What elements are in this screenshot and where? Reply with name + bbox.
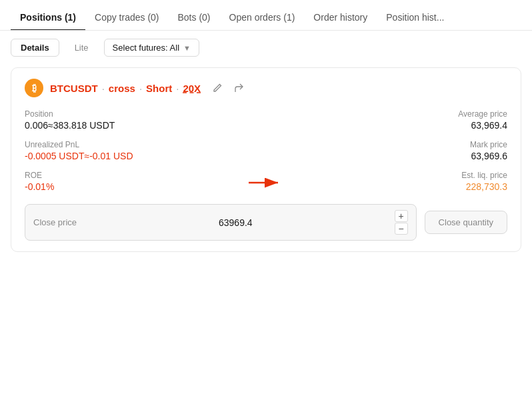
- roe-value: -0.01%: [25, 181, 185, 192]
- est-liq-stat: Est. liq. price 228,730.3: [347, 171, 507, 192]
- tab-position-hist[interactable]: Position hist...: [377, 5, 453, 31]
- card-header: ₿ BTCUSDT · cross · Short · 20X: [25, 79, 507, 97]
- position-stat: Position 0.006≈383.818 USDT: [25, 109, 266, 131]
- chevron-down-icon: ▼: [183, 44, 191, 52]
- roe-stat: ROE -0.01%: [25, 171, 185, 192]
- tab-order-history[interactable]: Order history: [304, 5, 377, 31]
- tab-copy-trades[interactable]: Copy trades (0): [85, 5, 168, 31]
- details-button[interactable]: Details: [11, 39, 59, 57]
- pair-symbol: BTCUSDT: [50, 83, 98, 94]
- mark-price-value: 63,969.6: [266, 151, 507, 161]
- toolbar: Details Lite Select futures: All ▼: [0, 31, 532, 65]
- mark-price-label: Mark price: [266, 140, 507, 149]
- average-price-stat: Average price 63,969.4: [266, 109, 507, 131]
- close-price-label: Close price: [33, 217, 77, 227]
- average-price-value: 63,969.4: [266, 120, 507, 131]
- pair-direction: Short: [146, 83, 172, 94]
- price-decrement-button[interactable]: −: [395, 223, 408, 235]
- pair-type: cross: [109, 83, 135, 94]
- lite-button[interactable]: Lite: [65, 39, 99, 57]
- leverage-badge[interactable]: 20X: [183, 83, 201, 94]
- position-card: ₿ BTCUSDT · cross · Short · 20X: [11, 67, 521, 252]
- unrealized-pnl-value: -0.0005 USDT≈-0.01 USD: [25, 151, 266, 161]
- pair-info: BTCUSDT · cross · Short · 20X: [50, 83, 201, 94]
- close-price-field: Close price 63969.4 + −: [25, 204, 417, 241]
- select-futures-dropdown[interactable]: Select futures: All ▼: [104, 39, 199, 57]
- price-stepper: + −: [395, 210, 408, 235]
- average-price-label: Average price: [266, 109, 507, 119]
- arrow-area: [185, 171, 346, 192]
- close-row: Close price 63969.4 + − Close quantity: [25, 204, 507, 241]
- mark-price-stat: Mark price 63,969.6: [266, 140, 507, 161]
- close-quantity-button[interactable]: Close quantity: [425, 211, 507, 234]
- tab-open-orders[interactable]: Open orders (1): [220, 5, 305, 31]
- tab-positions[interactable]: Positions (1): [11, 5, 85, 31]
- share-icon[interactable]: [231, 81, 246, 95]
- est-liq-label: Est. liq. price: [347, 171, 507, 180]
- position-label: Position: [25, 109, 266, 119]
- price-increment-button[interactable]: +: [395, 210, 408, 222]
- est-liq-value: 228,730.3: [347, 181, 507, 192]
- stats-row-3: ROE -0.01% Est. liq. price: [25, 171, 507, 192]
- red-arrow-icon: [246, 171, 286, 192]
- stats-grid: Position 0.006≈383.818 USDT Average pric…: [25, 109, 507, 192]
- stats-row-2: Unrealized PnL -0.0005 USDT≈-0.01 USD Ma…: [25, 140, 507, 161]
- header-icons: [210, 81, 246, 95]
- roe-label: ROE: [25, 171, 185, 180]
- position-value: 0.006≈383.818 USDT: [25, 120, 266, 131]
- unrealized-pnl-label: Unrealized PnL: [25, 140, 266, 149]
- close-price-value: 63969.4: [219, 217, 253, 228]
- edit-icon[interactable]: [210, 81, 225, 95]
- stats-row-1: Position 0.006≈383.818 USDT Average pric…: [25, 109, 507, 131]
- unrealized-pnl-stat: Unrealized PnL -0.0005 USDT≈-0.01 USD: [25, 140, 266, 161]
- tabs-bar: Positions (1) Copy trades (0) Bots (0) O…: [0, 0, 532, 31]
- tab-bots[interactable]: Bots (0): [169, 5, 220, 31]
- btc-icon: ₿: [25, 79, 43, 97]
